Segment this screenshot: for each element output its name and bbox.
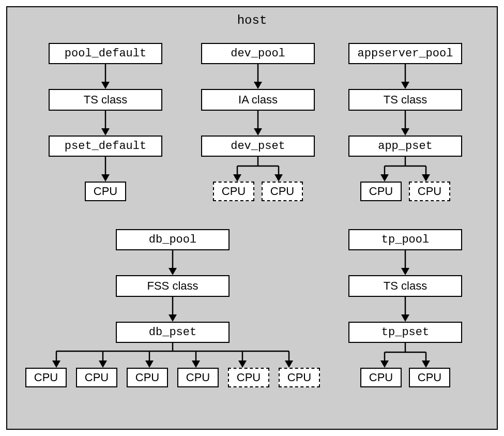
svg-marker-3 [101,128,110,136]
cpu-box: CPU [228,368,269,387]
cpu-box: CPU [409,182,450,201]
cpu-box: CPU [279,368,320,387]
pool-column: db_pool FSS class db_pset [33,229,312,387]
cpu-box: CPU [76,368,117,387]
pool-pset: pset_default [49,136,162,157]
arrow-down [395,297,416,322]
pool-name: db_pool [116,229,230,250]
arrow-down [248,64,268,89]
svg-marker-9 [254,128,262,136]
arrow-fork [364,343,447,368]
cpu-box: CPU [360,182,402,201]
cpu-box: CPU [360,368,402,387]
arrow-down [395,250,416,275]
svg-marker-19 [401,128,409,136]
svg-marker-38 [52,360,60,368]
pool-name: appserver_pool [348,43,462,64]
pool-pset: db_pset [116,322,230,343]
cpu-row: CPU CPU CPU CPU CPU CPU [25,368,320,387]
arrow-down [95,111,116,136]
pool-name: dev_pool [201,43,315,64]
pool-column: appserver_pool TS class app_pset CPU CPU [338,43,472,201]
cpu-box: CPU [25,368,67,387]
pool-column: tp_pool TS class tp_pset CPU CPU [338,229,472,387]
svg-marker-17 [401,82,409,89]
cpu-row: CPU CPU [360,368,450,387]
arrow-down [162,297,183,322]
arrow-down [95,157,116,182]
pool-column: dev_pool IA class dev_pset CPU CPU [191,43,325,201]
pool-class: TS class [348,275,462,297]
cpu-row: CPU CPU [213,182,303,201]
pool-class: IA class [201,89,315,111]
pool-pset: app_pset [348,136,462,157]
arrow-fork [364,157,447,182]
svg-marker-39 [99,360,107,368]
svg-marker-15 [274,174,283,182]
arrow-fork [217,157,299,182]
cpu-box: CPU [177,368,219,387]
pool-pset: tp_pset [348,322,462,343]
arrow-fork-six [33,343,312,368]
cpu-box: CPU [409,368,450,387]
arrow-down [248,111,268,136]
pool-class: FSS class [116,275,230,297]
svg-marker-52 [380,360,389,368]
pool-row-bottom: db_pool FSS class db_pset [7,219,497,415]
pool-pset: dev_pset [201,136,315,157]
pool-name: tp_pool [348,229,462,250]
svg-marker-25 [422,174,430,182]
svg-marker-47 [401,314,409,322]
svg-marker-53 [422,360,430,368]
svg-marker-40 [145,360,154,368]
cpu-row: CPU [85,182,126,201]
svg-marker-27 [169,268,177,275]
pool-class: TS class [49,89,162,111]
svg-marker-41 [192,360,200,368]
arrow-down [95,64,116,89]
pool-class: TS class [348,89,462,111]
cpu-box: CPU [85,182,126,201]
cpu-box: CPU [127,368,168,387]
arrow-down [395,64,416,89]
cpu-row: CPU CPU [360,182,450,201]
svg-marker-43 [285,360,293,368]
svg-marker-7 [254,82,262,89]
svg-marker-1 [101,82,110,89]
svg-marker-14 [233,174,241,182]
cpu-box: CPU [262,182,303,201]
svg-marker-5 [101,174,110,182]
svg-marker-45 [401,268,409,275]
host-title: host [7,13,497,27]
host-frame: host pool_default TS class pset_default … [6,6,498,430]
svg-marker-42 [238,360,247,368]
arrow-down [162,250,183,275]
svg-marker-29 [169,314,177,322]
svg-marker-24 [380,174,389,182]
cpu-box: CPU [213,182,254,201]
pool-row-top: pool_default TS class pset_default CPU d… [7,27,497,219]
pool-name: pool_default [49,43,162,64]
pool-column: pool_default TS class pset_default CPU [38,43,173,201]
arrow-down [395,111,416,136]
